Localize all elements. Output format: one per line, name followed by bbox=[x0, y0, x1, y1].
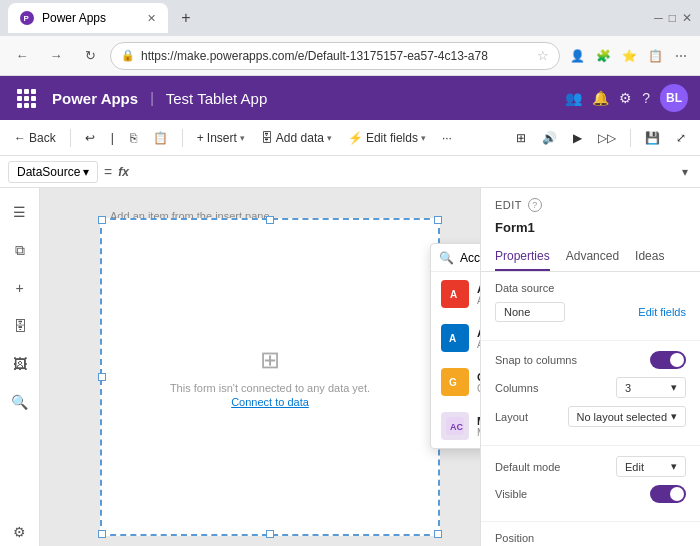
datasource-dropdown[interactable]: DataSource ▾ bbox=[8, 161, 98, 183]
svg-text:P: P bbox=[24, 14, 30, 23]
handle-ml[interactable] bbox=[98, 373, 106, 381]
waffle-menu-btn[interactable] bbox=[12, 84, 40, 112]
handle-bl[interactable] bbox=[98, 530, 106, 538]
edit-info-icon[interactable]: ? bbox=[528, 198, 542, 212]
default-mode-label: Default mode bbox=[495, 461, 560, 473]
help-icon[interactable]: ? bbox=[642, 90, 650, 106]
address-text: https://make.powerapps.com/e/Default-131… bbox=[141, 49, 531, 63]
browser-actions: 👤 🧩 ⭐ 📋 ⋯ bbox=[566, 45, 692, 67]
insert-btn[interactable]: + Insert ▾ bbox=[191, 127, 251, 149]
favorites-icon[interactable]: ⭐ bbox=[618, 45, 640, 67]
list-item[interactable]: AC My Acclaro My Acclaro allows you to s… bbox=[431, 404, 480, 448]
formula-input[interactable] bbox=[135, 162, 672, 182]
minimize-btn[interactable]: ─ bbox=[654, 11, 663, 25]
azure-desc: A connector for Azure AD Identity and... bbox=[477, 339, 480, 350]
getaccept-desc: GetAccept provides a sales enablement pl… bbox=[477, 383, 480, 394]
settings-icon[interactable]: ⋯ bbox=[670, 45, 692, 67]
extensions-icon[interactable]: 🧩 bbox=[592, 45, 614, 67]
tab-advanced[interactable]: Advanced bbox=[566, 243, 619, 271]
profile-icon[interactable]: 👤 bbox=[566, 45, 588, 67]
expand-formula-btn[interactable]: ▾ bbox=[678, 161, 692, 183]
handle-tc[interactable] bbox=[266, 216, 274, 224]
svg-text:G: G bbox=[449, 377, 457, 388]
accuweather-desc: AccuWeather provides commercial we... bbox=[477, 295, 480, 306]
tab-close-btn[interactable]: ✕ bbox=[147, 12, 156, 25]
handle-tr[interactable] bbox=[434, 216, 442, 224]
list-item[interactable]: A Azure AD Identity and Access A connect… bbox=[431, 316, 480, 360]
sidebar-icon-insert[interactable]: + bbox=[4, 272, 36, 304]
undo-btn[interactable]: ↩ bbox=[79, 127, 101, 149]
panel-tabs: Properties Advanced Ideas bbox=[481, 243, 700, 272]
play-btn[interactable]: ▶ bbox=[567, 127, 588, 149]
none-dropdown[interactable]: None bbox=[495, 302, 565, 322]
back-icon: ← bbox=[14, 131, 26, 145]
paste-btn[interactable]: 📋 bbox=[147, 127, 174, 149]
add-data-btn[interactable]: 🗄 Add data ▾ bbox=[255, 127, 338, 149]
edit-fields-link[interactable]: Edit fields bbox=[638, 306, 686, 318]
layout-row: Layout No layout selected ▾ bbox=[495, 406, 686, 427]
preview-mode-btn[interactable]: ⊞ bbox=[510, 127, 532, 149]
forward-nav-btn[interactable]: → bbox=[42, 42, 70, 70]
collections-icon[interactable]: 📋 bbox=[644, 45, 666, 67]
svg-text:A: A bbox=[449, 333, 456, 344]
database-icon: 🗄 bbox=[261, 131, 273, 145]
snap-row: Snap to columns bbox=[495, 351, 686, 369]
default-mode-dropdown[interactable]: Edit ▾ bbox=[616, 456, 686, 477]
expand-toolbar-btn[interactable]: ⤢ bbox=[670, 127, 692, 149]
notification-icon[interactable]: 🔔 bbox=[592, 90, 609, 106]
audio-btn[interactable]: 🔊 bbox=[536, 127, 563, 149]
tab-bar: P Power Apps ✕ + ─ □ ✕ bbox=[0, 0, 700, 36]
handle-br[interactable] bbox=[434, 530, 442, 538]
panel-section-columns: Snap to columns Columns 3 ▾ Layout No la… bbox=[481, 341, 700, 446]
avatar[interactable]: BL bbox=[660, 84, 688, 112]
active-tab[interactable]: P Power Apps ✕ bbox=[8, 3, 168, 33]
add-data-label: Add data bbox=[276, 131, 324, 145]
save-btn[interactable]: 💾 bbox=[639, 127, 666, 149]
run-btn[interactable]: ▷▷ bbox=[592, 127, 622, 149]
search-field-input[interactable] bbox=[460, 251, 480, 265]
list-item[interactable]: A AccuWeather (Independent P... AccuWeat… bbox=[431, 272, 480, 316]
app-brand-title: Power Apps bbox=[52, 90, 138, 107]
back-nav-btn[interactable]: ← bbox=[8, 42, 36, 70]
sidebar-icon-tree[interactable]: ☰ bbox=[4, 196, 36, 228]
new-tab-btn[interactable]: + bbox=[172, 4, 200, 32]
more-btn[interactable]: ··· bbox=[436, 127, 458, 149]
layout-dropdown[interactable]: No layout selected ▾ bbox=[568, 406, 687, 427]
sidebar-icon-settings[interactable]: ⚙ bbox=[4, 516, 36, 546]
datasource-section-label: Data source bbox=[495, 282, 554, 294]
people-icon[interactable]: 👥 bbox=[565, 90, 582, 106]
snap-toggle[interactable] bbox=[650, 351, 686, 369]
tab-properties[interactable]: Properties bbox=[495, 243, 550, 271]
star-btn[interactable]: ☆ bbox=[537, 48, 549, 63]
edit-fields-btn[interactable]: ⚡ Edit fields ▾ bbox=[342, 127, 432, 149]
maximize-btn[interactable]: □ bbox=[669, 11, 676, 25]
visible-label: Visible bbox=[495, 488, 527, 500]
acclaro-desc: My Acclaro allows you to seamlessly c... bbox=[477, 427, 480, 438]
sidebar-icon-components[interactable]: ⧉ bbox=[4, 234, 36, 266]
visible-toggle[interactable] bbox=[650, 485, 686, 503]
form-name-heading: Form1 bbox=[481, 218, 700, 243]
handle-bc[interactable] bbox=[266, 530, 274, 538]
tab-ideas[interactable]: Ideas bbox=[635, 243, 664, 271]
position-label-row: Position bbox=[495, 532, 686, 544]
acclaro-name: My Acclaro bbox=[477, 415, 480, 427]
sidebar-icon-data[interactable]: 🗄 bbox=[4, 310, 36, 342]
handle-tl[interactable] bbox=[98, 216, 106, 224]
form-container[interactable]: ⊞ This form isn't connected to any data … bbox=[100, 218, 440, 536]
edit-fields-label: Edit fields bbox=[366, 131, 418, 145]
close-browser-btn[interactable]: ✕ bbox=[682, 11, 692, 25]
address-bar[interactable]: 🔒 https://make.powerapps.com/e/Default-1… bbox=[110, 42, 560, 70]
gear-icon[interactable]: ⚙ bbox=[619, 90, 632, 106]
back-btn[interactable]: ← Back bbox=[8, 127, 62, 149]
copy-btn[interactable]: ⎘ bbox=[124, 127, 143, 149]
list-item[interactable]: G GetAccept GetAccept provides a sales e… bbox=[431, 360, 480, 404]
panel-section-position: Position X Y bbox=[481, 522, 700, 546]
sidebar-icon-media[interactable]: 🖼 bbox=[4, 348, 36, 380]
search-input-row: 🔍 ✕ bbox=[431, 244, 480, 272]
columns-dropdown[interactable]: 3 ▾ bbox=[616, 377, 686, 398]
form-connect-link[interactable]: Connect to data bbox=[231, 396, 309, 408]
sidebar-icon-search[interactable]: 🔍 bbox=[4, 386, 36, 418]
canvas-area[interactable]: Add an item from the insert pane ⊞ This … bbox=[40, 188, 480, 546]
browser-chrome: P Power Apps ✕ + ─ □ ✕ ← → ↻ 🔒 https://m… bbox=[0, 0, 700, 76]
refresh-btn[interactable]: ↻ bbox=[76, 42, 104, 70]
